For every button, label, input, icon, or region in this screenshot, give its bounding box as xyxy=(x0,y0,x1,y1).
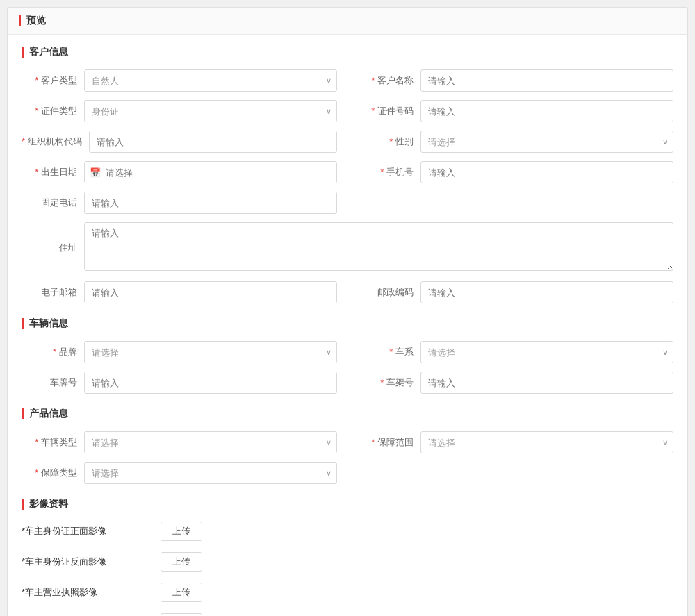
select-coverage-scope[interactable]: 请选择 xyxy=(420,431,673,453)
upload-row-front-id: *车主身份证正面影像 上传 xyxy=(22,522,673,541)
label-email: 电子邮箱 xyxy=(22,286,84,299)
label-id-number: 证件号码 xyxy=(358,105,420,117)
field-coverage-type: 保障类型 请选择 ∨ xyxy=(22,462,337,484)
select-wrapper-coverage-type: 请选择 ∨ xyxy=(84,462,337,484)
section-vehicle-title: 车辆信息 xyxy=(22,317,673,330)
label-coverage-scope: 保障范围 xyxy=(358,436,420,449)
upload-btn-business-license[interactable]: 上传 xyxy=(161,583,202,602)
select-vehicle-type[interactable]: 请选择 xyxy=(84,431,337,453)
select-series[interactable]: 请选择 xyxy=(420,341,673,363)
label-business-license: *车主营业执照影像 xyxy=(22,586,161,599)
upload-row-back-id: *车主身份证反面影像 上传 xyxy=(22,552,673,572)
field-vehicle-type: 车辆类型 请选择 ∨ xyxy=(22,431,337,453)
label-gender: 性别 xyxy=(358,135,420,148)
input-address[interactable] xyxy=(84,222,673,271)
label-vin: 车架号 xyxy=(358,376,420,389)
select-wrapper-gender: 请选择 男 女 ∨ xyxy=(420,131,673,153)
section-product-title: 产品信息 xyxy=(22,408,673,420)
upload-row-driving-license: *行驶证正本影像 上传 xyxy=(22,613,673,616)
label-brand: 品牌 xyxy=(22,346,84,358)
empty-cell-product xyxy=(358,462,673,484)
upload-btn-driving-license[interactable]: 上传 xyxy=(161,613,202,616)
section-media-info: 影像资料 *车主身份证正面影像 上传 *车主身份证反面影像 上传 *车主营业执照… xyxy=(22,498,673,616)
label-birth-date: 出生日期 xyxy=(22,166,84,178)
label-back-id: *车主身份证反面影像 xyxy=(22,556,161,568)
label-id-type: 证件类型 xyxy=(22,105,84,117)
field-email: 电子邮箱 xyxy=(22,281,337,303)
select-wrapper-coverage-scope: 请选择 ∨ xyxy=(420,431,673,453)
media-list: *车主身份证正面影像 上传 *车主身份证反面影像 上传 *车主营业执照影像 上传… xyxy=(22,522,673,616)
label-license-plate: 车牌号 xyxy=(22,376,84,389)
select-id-type[interactable]: 身份证 xyxy=(84,100,337,122)
select-wrapper-id-type: 身份证 ∨ xyxy=(84,100,337,122)
page-wrapper: 预览 — 客户信息 客户类型 自然人 ∨ xyxy=(0,0,695,616)
field-customer-name: 客户名称 xyxy=(358,69,673,92)
field-series: 车系 请选择 ∨ xyxy=(358,341,673,363)
vehicle-form-grid: 品牌 请选择 ∨ 车系 请选择 xyxy=(22,341,673,394)
upload-btn-front-id[interactable]: 上传 xyxy=(161,522,202,541)
input-birth-date[interactable] xyxy=(84,161,337,183)
field-coverage-scope: 保障范围 请选择 ∨ xyxy=(358,431,673,453)
page-title: 预览 xyxy=(19,15,46,27)
section-customer-info: 客户信息 客户类型 自然人 ∨ 客户名称 xyxy=(22,46,673,303)
label-org-code: 组织机构代码 xyxy=(22,135,89,148)
collapse-icon[interactable]: — xyxy=(667,15,676,26)
field-license-plate: 车牌号 xyxy=(22,372,337,394)
card-header: 预览 — xyxy=(8,8,687,35)
input-customer-name[interactable] xyxy=(420,69,673,92)
label-postal-code: 邮政编码 xyxy=(358,286,420,299)
input-org-code[interactable] xyxy=(89,131,337,153)
field-postal-code: 邮政编码 xyxy=(358,281,673,303)
main-card: 预览 — 客户信息 客户类型 自然人 ∨ xyxy=(7,7,688,616)
input-license-plate[interactable] xyxy=(84,372,337,394)
field-brand: 品牌 请选择 ∨ xyxy=(22,341,337,363)
select-customer-type[interactable]: 自然人 xyxy=(84,69,337,92)
label-coverage-type: 保障类型 xyxy=(22,467,84,479)
input-vin[interactable] xyxy=(420,372,673,394)
card-content: 客户信息 客户类型 自然人 ∨ 客户名称 xyxy=(8,35,687,616)
label-customer-name: 客户名称 xyxy=(358,74,420,87)
select-gender[interactable]: 请选择 男 女 xyxy=(420,131,673,153)
input-mobile[interactable] xyxy=(420,161,673,183)
label-front-id: *车主身份证正面影像 xyxy=(22,525,161,538)
label-vehicle-type: 车辆类型 xyxy=(22,436,84,449)
field-org-code: 组织机构代码 xyxy=(22,131,337,153)
product-form-grid: 车辆类型 请选择 ∨ 保障范围 请选择 xyxy=(22,431,673,484)
upload-row-business-license: *车主营业执照影像 上传 xyxy=(22,583,673,602)
input-postal-code[interactable] xyxy=(420,281,673,303)
label-mobile: 手机号 xyxy=(358,166,420,178)
customer-form-grid: 客户类型 自然人 ∨ 客户名称 xyxy=(22,69,673,303)
select-wrapper-brand: 请选择 ∨ xyxy=(84,341,337,363)
section-customer-title: 客户信息 xyxy=(22,46,673,58)
label-series: 车系 xyxy=(358,346,420,358)
date-wrapper-birth: 📅 xyxy=(84,161,337,183)
upload-btn-back-id[interactable]: 上传 xyxy=(161,552,202,572)
field-landline: 固定电话 xyxy=(22,192,337,214)
label-customer-type: 客户类型 xyxy=(22,74,84,87)
section-media-title: 影像资料 xyxy=(22,498,673,510)
field-birth-date: 出生日期 📅 xyxy=(22,161,337,183)
section-product-info: 产品信息 车辆类型 请选择 ∨ 保障范围 xyxy=(22,408,673,484)
field-id-type: 证件类型 身份证 ∨ xyxy=(22,100,337,122)
label-landline: 固定电话 xyxy=(22,197,84,209)
input-id-number[interactable] xyxy=(420,100,673,122)
label-address: 住址 xyxy=(22,242,84,254)
select-wrapper-series: 请选择 ∨ xyxy=(420,341,673,363)
select-wrapper-vehicle-type: 请选择 ∨ xyxy=(84,431,337,453)
input-landline[interactable] xyxy=(84,192,337,214)
select-coverage-type[interactable]: 请选择 xyxy=(84,462,337,484)
select-wrapper-customer-type: 自然人 ∨ xyxy=(84,69,337,92)
empty-cell-1 xyxy=(358,192,673,214)
field-id-number: 证件号码 xyxy=(358,100,673,122)
field-customer-type: 客户类型 自然人 ∨ xyxy=(22,69,337,92)
field-gender: 性别 请选择 男 女 ∨ xyxy=(358,131,673,153)
section-vehicle-info: 车辆信息 品牌 请选择 ∨ 车系 xyxy=(22,317,673,394)
textarea-wrapper-address xyxy=(84,222,673,273)
select-brand[interactable]: 请选择 xyxy=(84,341,337,363)
field-mobile: 手机号 xyxy=(358,161,673,183)
field-address: 住址 xyxy=(22,222,673,273)
field-vin: 车架号 xyxy=(358,372,673,394)
input-email[interactable] xyxy=(84,281,337,303)
